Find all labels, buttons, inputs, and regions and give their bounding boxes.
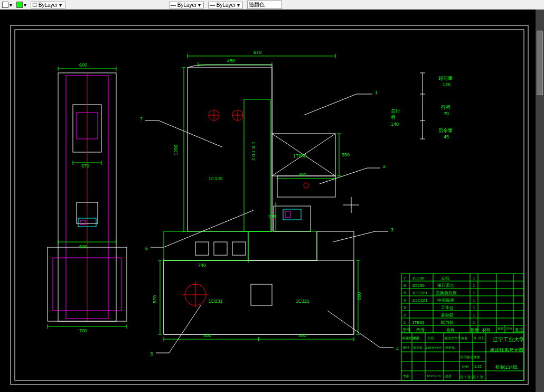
svg-text:6: 6 [404, 283, 406, 288]
layer-dropdown[interactable]: ☐ ByLayer ▾ [31, 2, 65, 8]
svg-text:1:10: 1:10 [474, 365, 482, 368]
callouts: 1 2 3 4 5 6 7 [140, 90, 399, 357]
svg-text:立柱: 立柱 [441, 276, 449, 281]
parts-list: 71CJ30立柱1 61D230液压滑台1 51CC321交换侧底座1 41CC… [401, 274, 524, 333]
label-1c1j0: 1C1J0 [209, 176, 222, 181]
svg-text:1TE82: 1TE82 [412, 320, 425, 325]
svg-text:1: 1 [473, 320, 475, 325]
dim-450: 450 [227, 58, 235, 63]
color-picker[interactable]: ▾ [2, 2, 12, 8]
svg-text:3017.4.10: 3017.4.10 [427, 375, 441, 378]
svg-text:机制134班: 机制134班 [495, 365, 518, 370]
svg-rect-26 [214, 242, 227, 255]
svg-rect-21 [277, 176, 335, 197]
vertical-scrollbar[interactable] [536, 10, 544, 392]
svg-text:7: 7 [404, 276, 406, 281]
linetype-dropdown[interactable]: — ByLayer ▾ [169, 2, 204, 8]
dim-1200: 1200 [173, 145, 179, 155]
svg-text:标准化: 标准化 [445, 346, 455, 349]
svg-text:3: 3 [404, 305, 406, 310]
svg-text:处数: 处数 [414, 337, 420, 340]
svg-text:签名: 签名 [461, 337, 467, 340]
label-1B702: 1 B 7 0 2 [251, 142, 256, 161]
svg-text:单件: 单件 [498, 327, 504, 330]
dim-740: 740 [198, 263, 206, 268]
svg-rect-7 [80, 220, 86, 225]
svg-text:130404444: 130404444 [426, 346, 442, 349]
svg-text:端力箱: 端力箱 [441, 320, 454, 325]
svg-text:辽宁工业大学: 辽宁工业大学 [493, 337, 524, 342]
svg-rect-25 [195, 242, 209, 255]
dim-600-top: 600 [79, 62, 87, 68]
svg-text:液压滑台: 液压滑台 [437, 283, 454, 288]
svg-rect-30 [285, 211, 290, 218]
svg-text:备注: 备注 [515, 328, 523, 332]
svg-rect-29 [283, 209, 301, 220]
svg-text:1: 1 [473, 291, 475, 295]
drawing-svg: 600 370 700 600 [0, 10, 536, 390]
svg-text:应大宏: 应大宏 [413, 346, 423, 349]
side-view: 600 370 700 600 [48, 62, 127, 333]
svg-rect-27 [232, 242, 246, 255]
dim-500a: 500 [203, 333, 211, 338]
stroke-diagram: 超前量 125 行程 70 总行 程 140 后余量 45 [390, 73, 453, 139]
dim-970: 970 [254, 50, 261, 55]
title-block: 辽宁工业大学 机床联系尺寸图 机制134班 标题栏标记 处数 分区 更改文件号 … [401, 333, 524, 380]
svg-text:工作台: 工作台 [441, 305, 454, 310]
dim-400: 400 [298, 172, 306, 178]
label-1CJ21: 1CJ21 [296, 298, 309, 304]
svg-text:分区: 分区 [428, 337, 434, 340]
dim-500b: 500 [298, 333, 306, 338]
svg-text:比例: 比例 [462, 365, 468, 368]
svg-text:1CC321: 1CC321 [412, 298, 428, 303]
svg-text:6: 6 [145, 246, 148, 251]
color-picker-2[interactable]: ▾ [16, 2, 26, 8]
svg-text:1: 1 [404, 320, 406, 325]
svg-text:数量: 数量 [471, 328, 479, 332]
label-1D231: 1D231 [209, 298, 223, 304]
svg-text:2: 2 [383, 164, 386, 169]
svg-text:45: 45 [444, 134, 449, 139]
dim-370: 370 [81, 163, 89, 169]
svg-text:共 1 张  第 1 张: 共 1 张 第 1 张 [459, 375, 484, 379]
svg-text:1: 1 [375, 90, 378, 95]
svg-text:7: 7 [140, 116, 143, 122]
label-1T082: 1T082 [293, 153, 307, 158]
svg-text:批准: 批准 [445, 375, 452, 378]
svg-text:专家: 专家 [403, 374, 409, 378]
svg-rect-31 [164, 260, 354, 334]
cad-application: ▾ ▾ ☐ ByLayer ▾ — ByLayer ▾ — ByLayer ▾ … [0, 0, 544, 392]
svg-text:70: 70 [444, 111, 449, 116]
svg-text:1: 1 [473, 298, 475, 303]
svg-text:4: 4 [404, 298, 406, 303]
svg-text:4: 4 [396, 346, 399, 351]
scrollbar-thumb[interactable] [537, 31, 543, 95]
svg-rect-24 [248, 231, 317, 260]
svg-text:中间底座: 中间底座 [437, 298, 454, 303]
svg-text:5: 5 [151, 351, 153, 357]
plotstyle-dropdown[interactable]: 随颜色 [247, 1, 282, 9]
drawing-canvas[interactable]: 600 370 700 600 [0, 10, 544, 392]
svg-text:更改文件号: 更改文件号 [445, 336, 461, 340]
dim-600m: 600 [79, 244, 87, 249]
svg-text:代号: 代号 [416, 328, 425, 332]
properties-toolbar: ▾ ▾ ☐ ByLayer ▾ — ByLayer ▾ — ByLayer ▾ … [0, 0, 544, 10]
svg-text:材料: 材料 [482, 328, 491, 332]
svg-text:1: 1 [473, 276, 475, 281]
svg-text:后余量: 后余量 [438, 128, 453, 133]
dim-570: 570 [152, 295, 157, 303]
svg-text:总行: 总行 [390, 108, 400, 114]
dim-700: 700 [79, 328, 87, 333]
svg-text:交换侧底座: 交换侧底座 [436, 291, 457, 295]
front-view: 970 450 1C1J0 1 B 7 0 2 [152, 50, 362, 341]
svg-text:年.月.日: 年.月.日 [474, 337, 485, 340]
lineweight-dropdown[interactable]: — ByLayer ▾ [208, 2, 243, 8]
svg-text:1D230: 1D230 [412, 283, 425, 288]
svg-text:5: 5 [404, 291, 406, 295]
svg-text:阶段标记: 阶段标记 [461, 356, 473, 359]
dim-350: 350 [342, 152, 350, 157]
svg-rect-23 [164, 231, 248, 260]
svg-text:行程: 行程 [441, 105, 451, 110]
svg-text:140: 140 [391, 122, 399, 127]
svg-text:名称: 名称 [446, 328, 455, 332]
